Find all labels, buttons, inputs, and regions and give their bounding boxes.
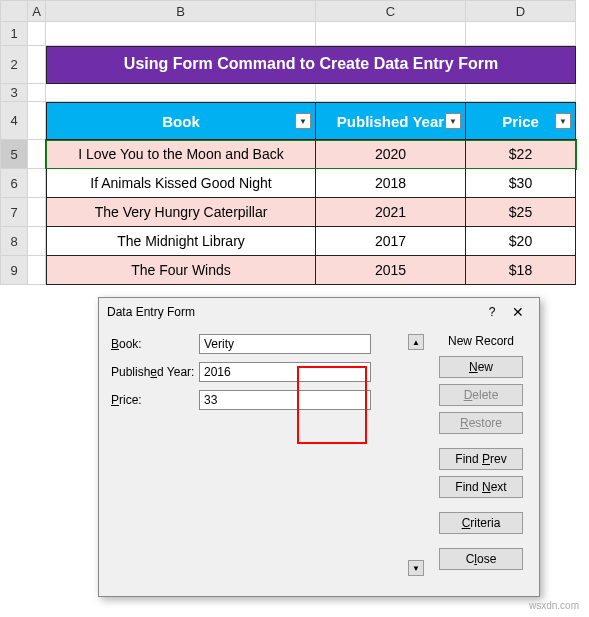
form-fields: Book: Published Year: Price: [111,334,397,576]
cell-price[interactable]: $18 [466,256,576,285]
row-header-9[interactable]: 9 [0,256,28,285]
cell-year[interactable]: 2015 [316,256,466,285]
table-row[interactable]: The Midnight Library 2017 $20 [46,227,576,256]
col-header-A[interactable]: A [28,0,46,22]
dialog-buttons: New Record New Delete Restore Find Prev … [435,334,527,576]
filter-dropdown-icon[interactable]: ▼ [445,113,461,129]
cell-book[interactable]: The Very Hungry Caterpillar [46,198,316,227]
row-header-8[interactable]: 8 [0,227,28,256]
help-icon[interactable]: ? [479,305,505,319]
scroll-up-icon[interactable]: ▲ [408,334,424,350]
row-header-3[interactable]: 3 [0,84,28,102]
row-header-5[interactable]: 5 [0,140,28,169]
column-headers: A B C D [0,0,589,22]
table-row[interactable]: The Very Hungry Caterpillar 2021 $25 [46,198,576,227]
row-header-4[interactable]: 4 [0,102,28,140]
cell-year[interactable]: 2021 [316,198,466,227]
filter-dropdown-icon[interactable]: ▼ [555,113,571,129]
header-label: Price [502,113,539,130]
cell-book[interactable]: If Animals Kissed Good Night [46,169,316,198]
criteria-button[interactable]: Criteria [439,512,523,534]
data-entry-form-dialog: Data Entry Form ? ✕ Book: Published Year… [98,297,540,597]
find-prev-button[interactable]: Find Prev [439,448,523,470]
close-button[interactable]: Close [439,548,523,570]
book-label: Book: [111,337,199,351]
row-header-1[interactable]: 1 [0,22,28,46]
scrollbar[interactable]: ▲ ▼ [407,334,425,576]
close-icon[interactable]: ✕ [505,304,531,320]
table-row[interactable]: I Love You to the Moon and Back 2020 $22 [46,140,576,169]
cell-price[interactable]: $20 [466,227,576,256]
cell-year[interactable]: 2018 [316,169,466,198]
header-label: Book [162,113,200,130]
page-title: Using Form Command to Create Data Entry … [46,46,576,84]
table-header-row: Book ▼ Published Year ▼ Price ▼ [46,102,576,140]
restore-button[interactable]: Restore [439,412,523,434]
find-next-button[interactable]: Find Next [439,476,523,498]
book-field[interactable] [199,334,371,354]
filter-dropdown-icon[interactable]: ▼ [295,113,311,129]
scroll-down-icon[interactable]: ▼ [408,560,424,576]
col-header-D[interactable]: D [466,0,576,22]
col-header-C[interactable]: C [316,0,466,22]
cell-book[interactable]: I Love You to the Moon and Back [46,140,316,169]
col-price-header[interactable]: Price ▼ [466,102,576,140]
dialog-titlebar[interactable]: Data Entry Form ? ✕ [99,298,539,326]
row-header-7[interactable]: 7 [0,198,28,227]
new-button[interactable]: New [439,356,523,378]
row-header-2[interactable]: 2 [0,46,28,84]
table-row[interactable]: The Four Winds 2015 $18 [46,256,576,285]
cell-book[interactable]: The Midnight Library [46,227,316,256]
select-all-corner[interactable] [0,0,28,22]
year-label: Published Year: [111,365,199,379]
price-field[interactable] [199,390,371,410]
record-status: New Record [435,334,527,348]
cell-book[interactable]: The Four Winds [46,256,316,285]
year-field[interactable] [199,362,371,382]
watermark: wsxdn.com [529,600,579,611]
delete-button[interactable]: Delete [439,384,523,406]
dialog-title: Data Entry Form [107,305,479,319]
table-row[interactable]: If Animals Kissed Good Night 2018 $30 [46,169,576,198]
spreadsheet-area: A B C D 1 2 Using Form Command to Create… [0,0,589,285]
row-header-6[interactable]: 6 [0,169,28,198]
cell-year[interactable]: 2017 [316,227,466,256]
col-book-header[interactable]: Book ▼ [46,102,316,140]
cell-price[interactable]: $22 [466,140,576,169]
cell-year[interactable]: 2020 [316,140,466,169]
price-label: Price: [111,393,199,407]
cell-price[interactable]: $30 [466,169,576,198]
col-header-B[interactable]: B [46,0,316,22]
col-year-header[interactable]: Published Year ▼ [316,102,466,140]
cell-price[interactable]: $25 [466,198,576,227]
header-label: Published Year [337,113,444,130]
